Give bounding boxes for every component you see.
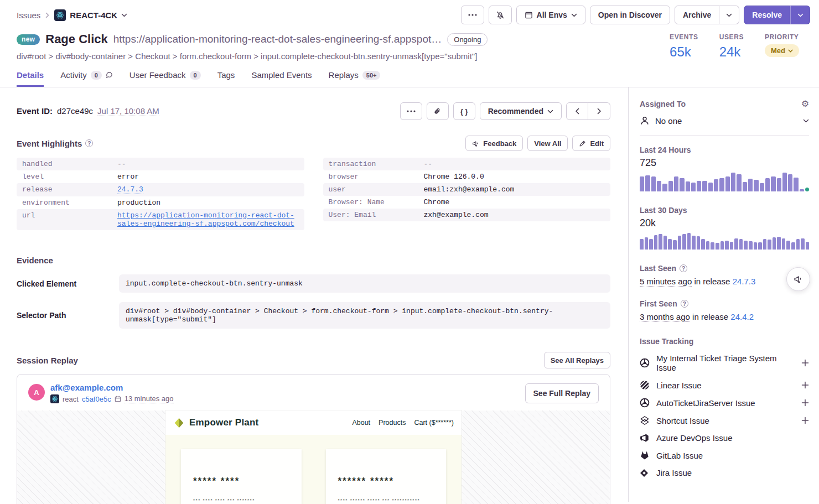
last-seen-release-link[interactable]: 24.7.3 (733, 277, 756, 286)
last-24-hours-chart[interactable] (640, 173, 809, 191)
project-selector[interactable]: REACT-4CK (54, 9, 127, 21)
chevron-down-icon (797, 13, 804, 17)
replay-time-ago[interactable]: 13 minutes ago (125, 394, 174, 403)
last-seen-time[interactable]: 5 minutes ago (640, 277, 692, 287)
first-seen-time[interactable]: 3 months ago (640, 312, 690, 322)
chart-bar (692, 236, 696, 250)
megaphone-icon (794, 274, 803, 284)
feedback-button[interactable]: Feedback (465, 136, 523, 151)
tab-replays[interactable]: Replays 50+ (329, 70, 381, 87)
issue-actions: All Envs Open in Discover Archive Resolv… (461, 6, 810, 24)
pencil-icon (579, 140, 586, 147)
archive-button[interactable]: Archive (675, 6, 719, 24)
issue-tracking-item[interactable]: GitLab Issue (640, 450, 809, 460)
tab-tags[interactable]: Tags (217, 70, 235, 87)
chart-bar (682, 234, 686, 250)
events-count[interactable]: 65k (670, 44, 691, 60)
highlight-key: user (329, 185, 424, 194)
chart-bar (782, 238, 786, 250)
environment-selector[interactable]: All Envs (516, 6, 585, 24)
open-in-discover-button[interactable]: Open in Discover (590, 6, 670, 24)
highlight-value-link[interactable]: https://application-monitoring-react-dot… (117, 211, 299, 228)
chart-bar (801, 238, 805, 250)
chart-bar (680, 178, 684, 191)
tab-activity[interactable]: Activity 0 (60, 70, 113, 87)
chart-bar (645, 175, 650, 191)
product-card: ***** **** *** **** **** *** ******* Add… (181, 449, 302, 504)
help-icon[interactable]: ? (85, 139, 93, 147)
assignee-dropdown[interactable]: No one (640, 116, 809, 126)
issue-tracking-item[interactable]: My Internal Ticket Triage System Issue (640, 354, 809, 372)
chevron-right-icon (45, 12, 49, 18)
view-all-button[interactable]: View All (527, 136, 568, 151)
more-actions-button[interactable] (461, 6, 484, 24)
highlight-key: level (22, 173, 117, 181)
next-event-button[interactable] (588, 102, 610, 120)
chevron-down-icon (571, 13, 577, 17)
see-all-replays-button[interactable]: See All Replays (544, 352, 610, 368)
mute-button[interactable] (489, 6, 512, 24)
chart-bar (649, 239, 653, 250)
chart-bar (697, 181, 701, 191)
event-timestamp[interactable]: Jul 17, 10:08 AM (97, 106, 159, 116)
breadcrumb-issues-link[interactable]: Issues (17, 11, 40, 20)
event-navigation-dropdown[interactable]: Recommended (480, 102, 562, 120)
highlight-row: useremail:zxh@example.com (323, 183, 611, 196)
resolve-dropdown-button[interactable] (790, 6, 810, 24)
add-issue-button[interactable] (801, 359, 809, 367)
replay-id-link[interactable]: c5af0e5c (82, 395, 111, 403)
help-icon[interactable]: ? (681, 300, 688, 308)
chart-bar (725, 176, 730, 191)
chevron-left-icon (575, 108, 579, 115)
highlight-value-link[interactable]: 24.7.3 (117, 185, 143, 194)
attachments-button[interactable] (427, 102, 449, 120)
product-title: ****** ***** (338, 476, 434, 487)
highlight-key: handled (22, 160, 117, 168)
issue-tracking-item[interactable]: AutoTicketJiraServer Issue (640, 398, 809, 408)
highlight-value: email:zxh@example.com (424, 185, 515, 194)
previous-event-button[interactable] (566, 102, 588, 120)
highlight-key: environment (22, 199, 117, 207)
tab-details[interactable]: Details (17, 70, 44, 87)
chart-bar (674, 176, 678, 191)
floating-feedback-button[interactable] (786, 267, 810, 291)
resolve-button[interactable]: Resolve (744, 6, 790, 24)
chart-bar (706, 241, 710, 250)
activity-count-badge: 0 (91, 71, 102, 80)
json-button[interactable]: { } (453, 102, 475, 120)
issue-tracking-item-label: My Internal Ticket Triage System Issue (656, 354, 795, 372)
first-seen-release-link[interactable]: 24.4.2 (730, 312, 754, 321)
replay-stage[interactable]: Empower Plant About Products Cart ($****… (17, 411, 610, 504)
help-icon[interactable]: ? (680, 264, 687, 272)
highlight-value: production (117, 199, 160, 207)
chart-bar (758, 242, 762, 250)
gear-icon[interactable]: ⚙ (801, 100, 809, 108)
edit-button[interactable]: Edit (572, 136, 610, 151)
issue-tracking-item[interactable]: Shortcut Issue (640, 415, 809, 425)
event-highlights-title: Event Highlights ? (17, 139, 93, 148)
tab-user-feedback[interactable]: User Feedback 0 (129, 70, 201, 87)
chart-bar (678, 236, 682, 250)
highlight-row: release24.7.3 (17, 183, 304, 196)
archive-dropdown-button[interactable] (719, 6, 739, 24)
highlight-row: User: Emailzxh@example.com (323, 209, 611, 221)
highlight-row: handled-- (17, 158, 304, 170)
add-issue-button[interactable] (801, 381, 809, 389)
event-more-button[interactable] (400, 102, 422, 120)
priority-dropdown[interactable]: Med (765, 44, 799, 57)
issue-tracking-item-label: Jira Issue (656, 468, 809, 477)
add-issue-button[interactable] (801, 399, 809, 407)
issue-tracking-item[interactable]: Linear Issue (640, 380, 809, 390)
users-count[interactable]: 24k (719, 44, 741, 60)
issue-tracking-title: Issue Tracking (640, 337, 809, 346)
highlight-key: User: Email (329, 211, 424, 219)
add-issue-button[interactable] (801, 417, 809, 424)
replay-user-link[interactable]: afk@example.com (50, 383, 123, 392)
highlight-value: Chrome (424, 198, 450, 206)
tab-sampled-events[interactable]: Sampled Events (251, 70, 312, 87)
chart-bar (702, 181, 707, 191)
see-full-replay-button[interactable]: See Full Replay (525, 383, 599, 403)
last-30-days-chart[interactable] (640, 233, 809, 250)
issue-tracking-item[interactable]: Jira Issue (640, 468, 809, 477)
issue-tracking-item[interactable]: Azure DevOps Issue (640, 433, 809, 443)
